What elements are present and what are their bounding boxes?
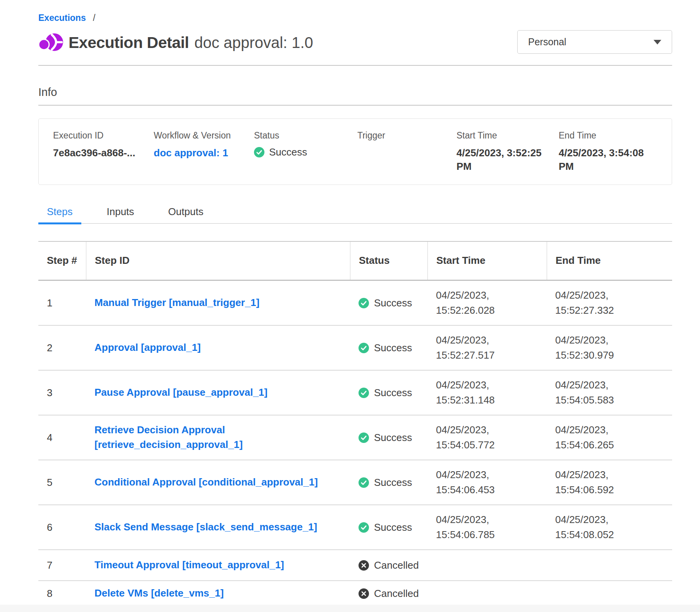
workspace-dropdown-value: Personal bbox=[528, 36, 566, 48]
status-badge: Success bbox=[350, 521, 427, 533]
step-link[interactable]: Approval [approval_1] bbox=[94, 340, 222, 355]
step-start-time: 04/25/2023, 15:54:05.772 bbox=[436, 422, 506, 453]
field-label: Trigger bbox=[357, 130, 456, 141]
detail-tabs: Steps Inputs Outputs bbox=[38, 203, 672, 224]
step-end-time: 04/25/2023, 15:54:06.265 bbox=[555, 422, 626, 453]
status-text: Success bbox=[374, 387, 412, 399]
table-row: 6 Slack Send Message [slack_send_message… bbox=[38, 505, 672, 550]
page-title: Execution Detail bbox=[69, 34, 189, 52]
field-label: Start Time bbox=[456, 130, 559, 141]
execution-info-card: Execution ID 7e8ac396-a868-... Workflow … bbox=[38, 118, 672, 185]
step-number: 4 bbox=[38, 432, 86, 444]
status-badge: Success bbox=[350, 477, 427, 489]
info-field-trigger: Trigger bbox=[357, 130, 456, 174]
column-header-start-time: Start Time bbox=[427, 242, 547, 280]
breadcrumb-separator: / bbox=[93, 13, 95, 23]
step-end-time: 04/25/2023, 15:54:05.583 bbox=[555, 378, 626, 408]
step-start-time: 04/25/2023, 15:52:27.517 bbox=[436, 333, 506, 363]
status-text: Success bbox=[374, 432, 412, 444]
table-row: 5 Conditional Approval [conditional_appr… bbox=[38, 460, 672, 505]
status-text: Success bbox=[374, 521, 412, 533]
steps-table: Step # Step ID Status Start Time End Tim… bbox=[38, 241, 672, 607]
table-row: 2 Approval [approval_1] Success 04/25/20… bbox=[38, 326, 672, 371]
status-text: Success bbox=[374, 297, 412, 309]
step-link[interactable]: Manual Trigger [manual_trigger_1] bbox=[94, 296, 281, 310]
status-badge: Success bbox=[350, 432, 427, 444]
check-circle-icon bbox=[359, 388, 369, 398]
check-circle-icon bbox=[359, 522, 369, 533]
start-time-value: 4/25/2023, 3:52:25 PM bbox=[456, 146, 555, 173]
info-field-status: Status Success bbox=[254, 130, 357, 174]
status-text: Cancelled bbox=[374, 588, 419, 600]
status-badge: Success bbox=[350, 297, 427, 309]
page-subtitle: doc approval: 1.0 bbox=[194, 34, 313, 51]
table-header: Step # Step ID Status Start Time End Tim… bbox=[38, 241, 672, 281]
breadcrumb: Executions / bbox=[38, 0, 672, 23]
tab-inputs[interactable]: Inputs bbox=[98, 203, 143, 223]
status-badge: Success bbox=[350, 387, 427, 399]
status-badge: Cancelled bbox=[350, 588, 427, 600]
step-link[interactable]: Retrieve Decision Approval [retrieve_dec… bbox=[94, 423, 350, 452]
step-end-time: 04/25/2023, 15:52:30.979 bbox=[555, 333, 626, 363]
info-field-workflow-version: Workflow & Version doc approval: 1 bbox=[154, 130, 254, 174]
column-header-status: Status bbox=[350, 242, 427, 280]
step-end-time: 04/25/2023, 15:54:06.592 bbox=[555, 467, 626, 497]
header-divider bbox=[38, 65, 672, 66]
info-field-end-time: End Time 4/25/2023, 3:54:08 PM bbox=[559, 130, 672, 174]
page-header: Execution Detail doc approval: 1.0 Perso… bbox=[38, 29, 672, 56]
step-number: 6 bbox=[38, 521, 86, 533]
step-number: 7 bbox=[38, 559, 86, 571]
field-label: Execution ID bbox=[53, 130, 154, 141]
status-text: Success bbox=[374, 342, 412, 354]
step-link[interactable]: Pause Approval [pause_approval_1] bbox=[94, 385, 289, 400]
status-badge: Success bbox=[254, 146, 357, 158]
check-circle-icon bbox=[359, 343, 369, 353]
step-start-time: 04/25/2023, 15:54:06.453 bbox=[436, 467, 506, 497]
tab-steps[interactable]: Steps bbox=[38, 203, 81, 223]
field-label: Workflow & Version bbox=[154, 130, 254, 141]
workflow-logo-icon bbox=[38, 30, 64, 55]
step-start-time: 04/25/2023, 15:52:31.148 bbox=[436, 378, 506, 408]
info-section-title: Info bbox=[38, 86, 672, 99]
workflow-version-link[interactable]: doc approval: 1 bbox=[154, 146, 254, 160]
status-badge: Success bbox=[350, 342, 427, 354]
x-circle-icon bbox=[359, 588, 369, 599]
execution-id-value: 7e8ac396-a868-... bbox=[53, 146, 154, 160]
check-circle-icon bbox=[254, 147, 264, 157]
step-number: 1 bbox=[38, 297, 86, 309]
step-link[interactable]: Delete VMs [delete_vms_1] bbox=[94, 586, 245, 601]
step-link[interactable]: Slack Send Message [slack_send_message_1… bbox=[94, 520, 338, 535]
info-field-execution-id: Execution ID 7e8ac396-a868-... bbox=[53, 130, 154, 174]
status-text: Success bbox=[269, 146, 307, 158]
column-header-end-time: End Time bbox=[547, 242, 672, 280]
step-number: 3 bbox=[38, 387, 86, 399]
workspace-dropdown[interactable]: Personal bbox=[517, 30, 672, 54]
table-row: 1 Manual Trigger [manual_trigger_1] Succ… bbox=[38, 281, 672, 326]
step-number: 2 bbox=[38, 342, 86, 354]
column-header-step-id: Step ID bbox=[86, 242, 350, 280]
end-time-value: 4/25/2023, 3:54:08 PM bbox=[559, 146, 657, 173]
info-field-start-time: Start Time 4/25/2023, 3:52:25 PM bbox=[456, 130, 559, 174]
check-circle-icon bbox=[359, 477, 369, 488]
step-link[interactable]: Conditional Approval [conditional_approv… bbox=[94, 475, 339, 490]
breadcrumb-executions-link[interactable]: Executions bbox=[38, 13, 86, 23]
step-end-time: 04/25/2023, 15:52:27.332 bbox=[555, 288, 626, 318]
step-link[interactable]: Timeout Approval [timeout_approval_1] bbox=[94, 558, 305, 573]
step-start-time: 04/25/2023, 15:54:06.785 bbox=[436, 512, 506, 542]
step-number: 8 bbox=[38, 588, 86, 600]
page-bottom-strip bbox=[0, 605, 700, 612]
tab-outputs[interactable]: Outputs bbox=[160, 203, 212, 223]
status-text: Success bbox=[374, 477, 412, 489]
table-row: 3 Pause Approval [pause_approval_1] Succ… bbox=[38, 371, 672, 415]
step-number: 5 bbox=[38, 477, 86, 489]
check-circle-icon bbox=[359, 433, 369, 443]
step-start-time: 04/25/2023, 15:52:26.028 bbox=[436, 288, 506, 318]
x-circle-icon bbox=[359, 560, 369, 571]
table-row: 4 Retrieve Decision Approval [retrieve_d… bbox=[38, 415, 672, 460]
check-circle-icon bbox=[359, 298, 369, 308]
info-divider bbox=[38, 105, 672, 106]
field-label: Status bbox=[254, 130, 357, 141]
status-badge: Cancelled bbox=[350, 559, 427, 571]
table-row: 7 Timeout Approval [timeout_approval_1] … bbox=[38, 550, 672, 581]
step-end-time: 04/25/2023, 15:54:08.052 bbox=[555, 512, 626, 542]
